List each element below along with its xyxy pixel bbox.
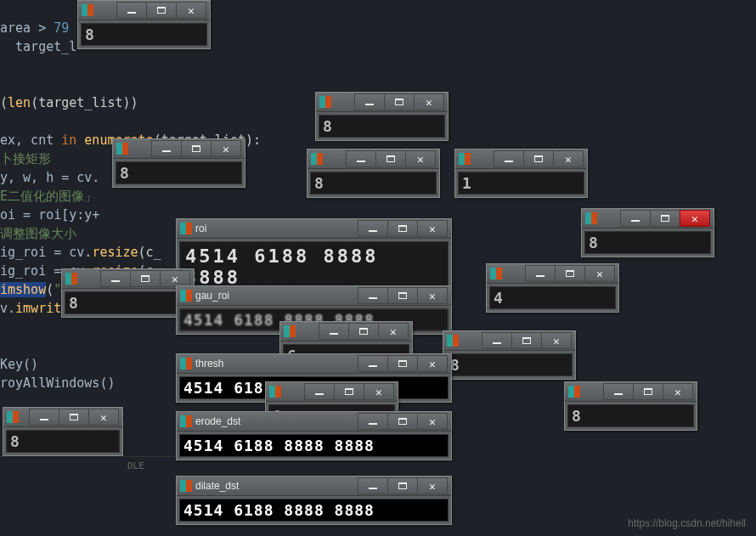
close-button[interactable]: ✕	[417, 287, 448, 304]
maximize-button[interactable]	[387, 413, 418, 430]
close-button[interactable]: ✕	[378, 323, 409, 340]
window-icon	[490, 268, 502, 279]
maximize-button[interactable]	[59, 409, 89, 426]
close-button[interactable]: ✕	[405, 150, 436, 167]
window-icon	[447, 335, 459, 347]
window-icon	[568, 386, 580, 398]
minimize-button[interactable]	[358, 220, 388, 237]
close-button[interactable]: ✕	[680, 210, 710, 227]
titlebar[interactable]: thresh✕	[177, 354, 451, 374]
maximize-button[interactable]	[555, 265, 585, 282]
minimize-button[interactable]	[494, 150, 524, 167]
close-button[interactable]: ✕	[176, 2, 206, 19]
window-content: 8	[3, 427, 122, 455]
maximize-button[interactable]	[130, 270, 161, 287]
window-icon	[311, 153, 323, 165]
close-button[interactable]: ✕	[417, 413, 448, 430]
titlebar[interactable]: roi✕	[177, 219, 451, 239]
close-button[interactable]: ✕	[417, 220, 448, 237]
window-w2[interactable]: ✕8	[315, 92, 449, 141]
titlebar[interactable]: ✕	[455, 150, 587, 169]
minimize-button[interactable]	[304, 383, 335, 400]
close-button[interactable]: ✕	[541, 332, 572, 349]
window-icon	[180, 223, 192, 234]
window-erode[interactable]: erode_dst✕4514 6188 8888 8888	[176, 411, 452, 460]
maximize-button[interactable]	[387, 220, 418, 237]
minimize-button[interactable]	[358, 287, 388, 304]
maximize-button[interactable]	[384, 93, 415, 110]
window-icon	[284, 325, 296, 337]
close-button[interactable]: ✕	[364, 383, 394, 400]
window-w16[interactable]: ✕8	[3, 407, 123, 456]
close-button[interactable]: ✕	[160, 270, 190, 287]
titlebar[interactable]: ✕	[565, 382, 697, 402]
window-w4[interactable]: ✕8	[307, 149, 440, 198]
maximize-button[interactable]	[387, 355, 418, 372]
titlebar[interactable]: ✕	[443, 331, 575, 351]
titlebar[interactable]: erode_dst✕	[177, 412, 451, 432]
window-icon	[180, 415, 192, 427]
window-w15[interactable]: ✕8	[564, 381, 697, 431]
window-content: 8	[582, 229, 714, 257]
close-button[interactable]: ✕	[211, 140, 241, 157]
titlebar[interactable]: ✕	[78, 1, 210, 20]
titlebar[interactable]: dilate_dst✕	[177, 477, 451, 496]
maximize-button[interactable]	[181, 140, 212, 157]
window-w1[interactable]: ✕8	[77, 0, 211, 49]
minimize-button[interactable]	[358, 413, 388, 430]
close-button[interactable]: ✕	[553, 150, 584, 167]
minimize-button[interactable]	[354, 93, 385, 110]
maximize-button[interactable]	[375, 150, 406, 167]
maximize-button[interactable]	[334, 383, 364, 400]
window-w12[interactable]: ✕8	[443, 330, 576, 380]
titlebar[interactable]: ✕	[280, 322, 412, 341]
titlebar[interactable]: gau_roi✕	[177, 286, 451, 306]
titlebar[interactable]: ✕	[487, 264, 618, 284]
maximize-button[interactable]	[511, 332, 542, 349]
close-button[interactable]: ✕	[417, 477, 448, 494]
close-button[interactable]: ✕	[663, 383, 693, 400]
minimize-button[interactable]	[116, 2, 147, 19]
minimize-button[interactable]	[482, 332, 512, 349]
minimize-button[interactable]	[29, 409, 59, 426]
image-content: 4514 6188 8888 8888	[179, 434, 449, 457]
maximize-button[interactable]	[387, 477, 418, 494]
window-w3[interactable]: ✕8	[112, 138, 245, 188]
close-button[interactable]: ✕	[414, 93, 444, 110]
titlebar[interactable]: ✕	[3, 408, 122, 427]
maximize-button[interactable]	[523, 150, 554, 167]
window-icon	[585, 212, 597, 224]
minimize-button[interactable]	[603, 383, 634, 400]
minimize-button[interactable]	[358, 477, 388, 494]
maximize-button[interactable]	[387, 287, 418, 304]
minimize-button[interactable]	[319, 323, 349, 340]
minimize-button[interactable]	[151, 140, 182, 157]
close-button[interactable]: ✕	[88, 409, 119, 426]
titlebar[interactable]: ✕	[582, 209, 714, 229]
maximize-button[interactable]	[633, 383, 663, 400]
titlebar[interactable]: ✕	[307, 150, 439, 169]
window-dilate[interactable]: dilate_dst✕4514 6188 8888 8888	[176, 476, 452, 525]
window-w8[interactable]: ✕8	[61, 268, 195, 318]
maximize-button[interactable]	[348, 323, 379, 340]
close-button[interactable]: ✕	[417, 355, 448, 372]
window-w9[interactable]: ✕4	[486, 263, 619, 313]
window-w6[interactable]: ✕8	[581, 208, 714, 257]
window-roi[interactable]: roi✕4514 6188 8888 8888	[176, 218, 452, 296]
image-content: 4514 6188 8888 8888	[179, 499, 449, 522]
maximize-button[interactable]	[146, 2, 177, 19]
titlebar[interactable]: ✕	[62, 269, 194, 289]
minimize-button[interactable]	[620, 210, 651, 227]
minimize-button[interactable]	[358, 355, 388, 372]
panel-label: DLE	[127, 460, 144, 471]
titlebar[interactable]: ✕	[266, 382, 398, 402]
maximize-button[interactable]	[650, 210, 680, 227]
window-w5[interactable]: ✕1	[454, 149, 588, 198]
close-button[interactable]: ✕	[584, 265, 615, 282]
titlebar[interactable]: ✕	[316, 93, 448, 112]
titlebar[interactable]: ✕	[113, 139, 245, 159]
minimize-button[interactable]	[100, 270, 131, 287]
window-icon	[319, 96, 331, 108]
minimize-button[interactable]	[346, 150, 376, 167]
minimize-button[interactable]	[525, 265, 556, 282]
